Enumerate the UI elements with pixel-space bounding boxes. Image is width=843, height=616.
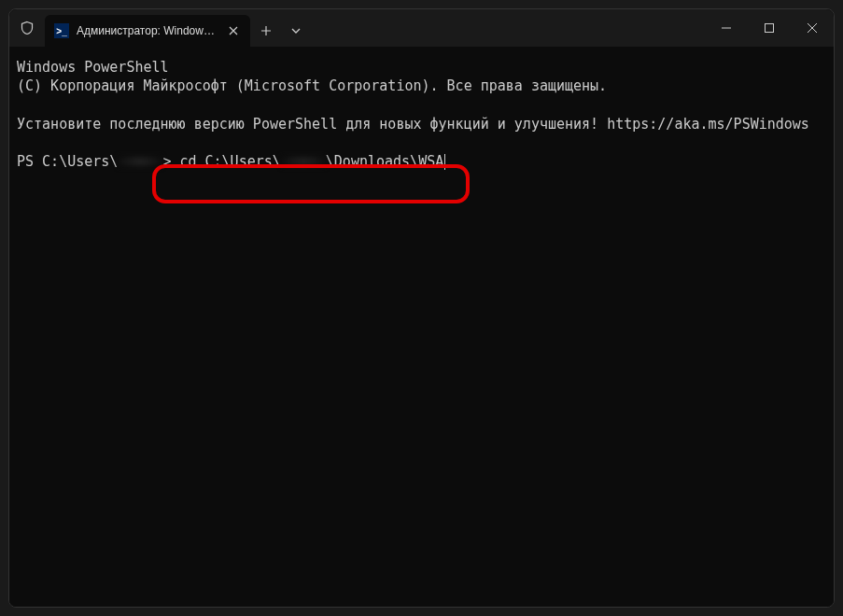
powershell-icon: >_: [54, 23, 69, 38]
output-line: Windows PowerShell: [17, 58, 826, 77]
output-line: (C) Корпорация Майкрософт (Microsoft Cor…: [17, 77, 826, 95]
terminal-body[interactable]: Windows PowerShell (C) Корпорация Майкро…: [9, 47, 834, 607]
prompt-line: PS C:\Users\> cd C:\Users\\Downloads\WSA: [17, 152, 826, 171]
prompt-prefix: PS C:\Users\: [17, 152, 118, 171]
powershell-icon-glyph: >_: [56, 26, 66, 36]
titlebar-left: >_ Администратор: Windows Po: [9, 9, 310, 47]
text-cursor: [444, 154, 445, 170]
redacted-username: [118, 155, 162, 168]
output-blank: [17, 133, 826, 152]
new-tab-button[interactable]: [250, 15, 282, 47]
window-controls: [705, 9, 834, 47]
close-button[interactable]: [791, 9, 834, 47]
prompt-gt: >: [162, 152, 171, 171]
output-line: Установите последнюю версию PowerShell д…: [17, 115, 826, 133]
shield-icon: [9, 9, 45, 47]
tab-title: Администратор: Windows Po: [77, 24, 218, 37]
minimize-button[interactable]: [705, 9, 748, 47]
titlebar-drag-area[interactable]: [310, 9, 705, 47]
svg-rect-0: [766, 24, 774, 33]
titlebar: >_ Администратор: Windows Po: [9, 9, 834, 47]
command-text-pre: cd C:\Users\: [171, 152, 280, 171]
tab-close-button[interactable]: [226, 23, 241, 38]
tab-dropdown-button[interactable]: [282, 15, 310, 47]
command-text-post: \Downloads\WSA: [326, 152, 443, 171]
terminal-window: >_ Администратор: Windows Po: [8, 8, 835, 608]
tab-powershell[interactable]: >_ Администратор: Windows Po: [45, 15, 250, 47]
redacted-username: [281, 155, 326, 168]
output-blank: [17, 96, 826, 115]
maximize-button[interactable]: [748, 9, 791, 47]
